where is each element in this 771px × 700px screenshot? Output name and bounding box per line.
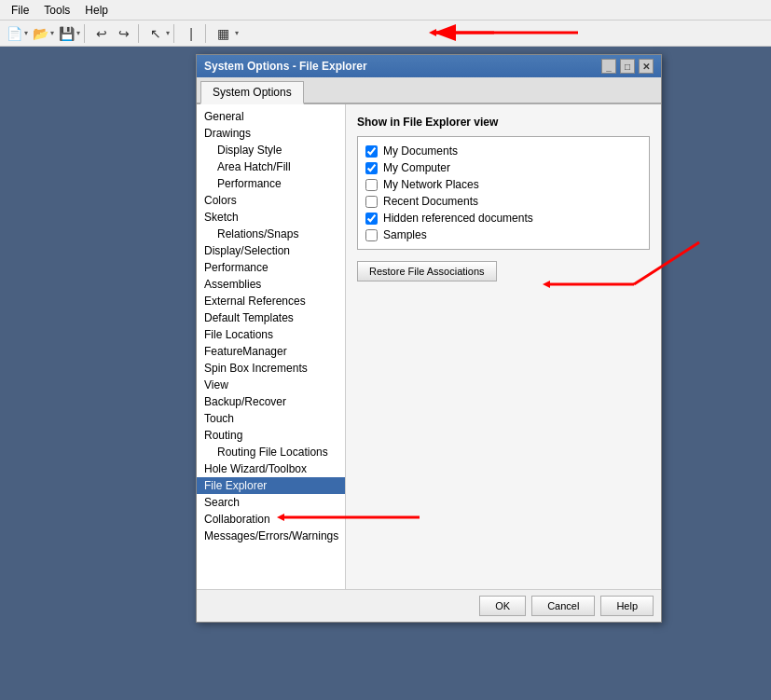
tree-item-collaboration[interactable]: Collaboration <box>197 511 345 528</box>
tree-panel: General Drawings Display Style Area Hatc… <box>197 104 346 589</box>
hidden-referenced-checkbox[interactable] <box>365 213 378 225</box>
tree-item-feature-manager[interactable]: FeatureManager <box>197 343 345 360</box>
redo-button[interactable]: ↪ <box>114 23 134 44</box>
my-network-places-row: My Network Places <box>365 178 641 191</box>
tree-item-display-style[interactable]: Display Style <box>197 142 345 158</box>
my-documents-label: My Documents <box>383 144 458 158</box>
recent-documents-label: Recent Documents <box>383 195 478 208</box>
menu-tools[interactable]: Tools <box>36 2 77 19</box>
content-panel: Show in File Explorer view My Documents … <box>346 104 661 589</box>
tree-item-relations-snaps[interactable]: Relations/Snaps <box>197 226 345 242</box>
new-button[interactable]: 📄 <box>4 23 24 44</box>
dialog-titlebar: System Options - File Explorer _ □ ✕ <box>197 55 661 77</box>
toolbar: 📄 ▾ 📂 ▾ 💾 ▾ ↩ ↪ ↖ ▾ | ▦ ▾ <box>0 21 771 47</box>
select-button[interactable]: ↖ <box>145 23 166 44</box>
my-network-places-label: My Network Places <box>383 178 479 191</box>
select-button-group[interactable]: ↖ ▾ <box>145 23 170 44</box>
samples-row: Samples <box>365 228 641 241</box>
separator-1 <box>84 24 88 43</box>
tree-item-file-locations[interactable]: File Locations <box>197 326 345 343</box>
tree-item-routing[interactable]: Routing <box>197 427 345 444</box>
tree-item-external-references[interactable]: External References <box>197 293 345 309</box>
samples-label: Samples <box>383 228 427 241</box>
tree-item-performance-drawings[interactable]: Performance <box>197 175 345 192</box>
dialog-content: General Drawings Display Style Area Hatc… <box>197 104 661 589</box>
maximize-button[interactable]: □ <box>620 59 635 74</box>
tree-item-search[interactable]: Search <box>197 494 345 511</box>
separator-2 <box>138 24 142 43</box>
tree-item-display-selection[interactable]: Display/Selection <box>197 242 345 259</box>
tree-item-assemblies[interactable]: Assemblies <box>197 276 345 293</box>
save-dropdown-arrow[interactable]: ▾ <box>76 29 80 37</box>
close-button[interactable]: ✕ <box>639 59 654 74</box>
tree-item-colors[interactable]: Colors <box>197 192 345 209</box>
dialog-footer: OK Cancel Help <box>197 589 661 622</box>
open-button-group[interactable]: 📂 ▾ <box>30 23 54 44</box>
open-dropdown-arrow[interactable]: ▾ <box>50 29 54 37</box>
new-button-group[interactable]: 📄 ▾ <box>4 23 28 44</box>
titlebar-buttons: _ □ ✕ <box>601 59 654 74</box>
restore-file-associations-button[interactable]: Restore File Associations <box>357 261 497 281</box>
tree-item-spin-box[interactable]: Spin Box Increments <box>197 360 345 377</box>
tree-item-hole-wizard[interactable]: Hole Wizard/Toolbox <box>197 460 345 477</box>
tree-item-performance[interactable]: Performance <box>197 259 345 276</box>
tab-strip: System Options <box>197 77 661 104</box>
tree-item-drawings[interactable]: Drawings <box>197 125 345 142</box>
save-button[interactable]: 💾 <box>56 23 76 44</box>
cancel-button[interactable]: Cancel <box>531 596 595 616</box>
tree-item-routing-file-locations[interactable]: Routing File Locations <box>197 444 345 460</box>
tree-item-sketch[interactable]: Sketch <box>197 209 345 226</box>
my-computer-row: My Computer <box>365 161 641 174</box>
hidden-referenced-label: Hidden referenced documents <box>383 212 533 225</box>
system-options-dialog: System Options - File Explorer _ □ ✕ Sys… <box>196 54 662 623</box>
samples-checkbox[interactable] <box>365 229 378 241</box>
separator-4 <box>205 24 209 43</box>
pipe-button[interactable]: | <box>181 23 201 44</box>
menu-help[interactable]: Help <box>77 2 116 19</box>
open-button[interactable]: 📂 <box>30 23 50 44</box>
dialog-title: System Options - File Explorer <box>204 60 367 73</box>
grid-button[interactable]: ▦ <box>213 23 233 44</box>
separator-3 <box>173 24 177 43</box>
my-computer-checkbox[interactable] <box>365 162 378 174</box>
tree-item-touch[interactable]: Touch <box>197 410 345 427</box>
tree-item-area-hatch[interactable]: Area Hatch/Fill <box>197 158 345 175</box>
my-documents-row: My Documents <box>365 144 641 158</box>
file-explorer-options-group: My Documents My Computer My Network Plac… <box>357 136 650 250</box>
section-title: Show in File Explorer view <box>357 116 650 129</box>
menu-file[interactable]: File <box>4 2 36 19</box>
tree-item-file-explorer[interactable]: File Explorer <box>197 477 345 494</box>
grid-dropdown-group[interactable]: ▾ <box>235 29 239 37</box>
my-computer-label: My Computer <box>383 161 450 174</box>
tab-system-options[interactable]: System Options <box>200 81 304 104</box>
tree-item-backup-recover[interactable]: Backup/Recover <box>197 393 345 410</box>
recent-documents-row: Recent Documents <box>365 195 641 208</box>
recent-documents-checkbox[interactable] <box>365 196 378 208</box>
new-dropdown-arrow[interactable]: ▾ <box>24 29 28 37</box>
tree-item-general[interactable]: General <box>197 108 345 125</box>
my-documents-checkbox[interactable] <box>365 145 378 158</box>
menu-bar: File Tools Help <box>0 0 771 21</box>
hidden-referenced-row: Hidden referenced documents <box>365 212 641 225</box>
tree-item-view[interactable]: View <box>197 377 345 393</box>
save-button-group[interactable]: 💾 ▾ <box>56 23 80 44</box>
tree-item-messages-errors[interactable]: Messages/Errors/Warnings <box>197 528 345 544</box>
undo-button[interactable]: ↩ <box>91 23 112 44</box>
my-network-places-checkbox[interactable] <box>365 179 378 191</box>
ok-button[interactable]: OK <box>479 596 526 616</box>
help-button[interactable]: Help <box>600 596 654 616</box>
minimize-button[interactable]: _ <box>601 59 616 74</box>
tree-item-default-templates[interactable]: Default Templates <box>197 309 345 326</box>
grid-dropdown-arrow[interactable]: ▾ <box>235 29 239 37</box>
select-dropdown-arrow[interactable]: ▾ <box>166 29 170 37</box>
